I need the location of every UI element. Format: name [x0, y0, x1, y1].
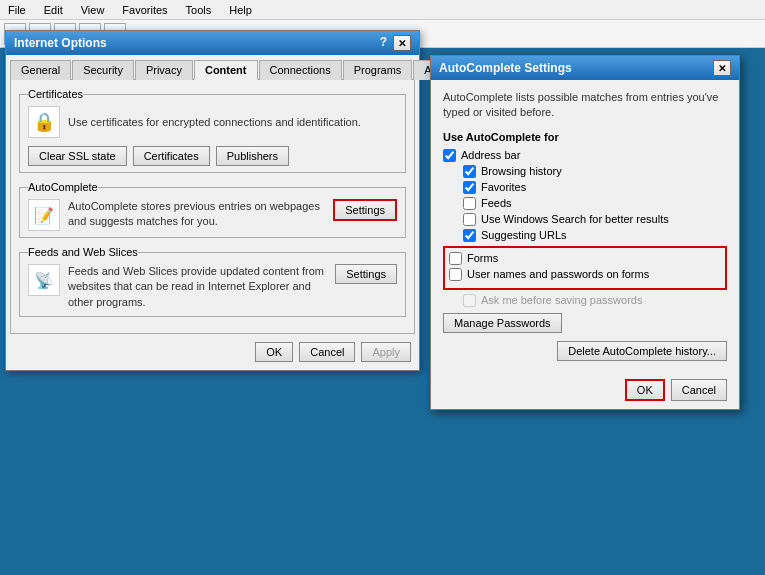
feeds-row: 📡 Feeds and Web Slices provide updated c… — [28, 264, 397, 310]
menu-favorites[interactable]: Favorites — [118, 2, 171, 18]
cert-row: 🔒 Use certificates for encrypted connect… — [28, 106, 397, 138]
checkbox-address-bar-label: Address bar — [461, 149, 520, 161]
autocomplete-content: AutoComplete lists possible matches from… — [431, 80, 739, 371]
autocomplete-close-button[interactable]: ✕ — [713, 60, 731, 76]
autocomplete-ok-button[interactable]: OK — [625, 379, 665, 401]
certificate-icon: 🔒 — [28, 106, 60, 138]
checkbox-windows-search-input[interactable] — [463, 213, 476, 226]
autocomplete-dialog-title: AutoComplete Settings — [439, 61, 572, 75]
use-for-label: Use AutoComplete for — [443, 131, 727, 143]
checkbox-favorites-input[interactable] — [463, 181, 476, 194]
autocomplete-row: 📝 AutoComplete stores previous entries o… — [28, 199, 397, 231]
certificates-legend: Certificates — [28, 88, 83, 100]
cert-desc: Use certificates for encrypted connectio… — [68, 116, 361, 128]
cert-buttons: Clear SSL state Certificates Publishers — [28, 146, 397, 166]
checkbox-forms-label: Forms — [467, 252, 498, 264]
checkbox-usernames-label: User names and passwords on forms — [467, 268, 649, 280]
autocomplete-legend: AutoComplete — [28, 181, 98, 193]
checkbox-ask-before-saving: Ask me before saving passwords — [443, 294, 727, 307]
feeds-icon: 📡 — [28, 264, 60, 296]
tab-security[interactable]: Security — [72, 60, 134, 80]
menu-edit[interactable]: Edit — [40, 2, 67, 18]
ok-button[interactable]: OK — [255, 342, 293, 362]
manage-passwords-container: Manage Passwords — [443, 313, 727, 333]
tab-privacy[interactable]: Privacy — [135, 60, 193, 80]
autocomplete-icon: 📝 — [28, 199, 60, 231]
manage-passwords-button[interactable]: Manage Passwords — [443, 313, 562, 333]
checkbox-feeds-input[interactable] — [463, 197, 476, 210]
autocomplete-settings-button[interactable]: Settings — [333, 199, 397, 221]
menu-help[interactable]: Help — [225, 2, 256, 18]
tab-programs[interactable]: Programs — [343, 60, 413, 80]
checkbox-feeds: Feeds — [443, 197, 727, 210]
tab-bar: General Security Privacy Content Connect… — [6, 55, 419, 79]
checkbox-windows-search: Use Windows Search for better results — [443, 213, 727, 226]
close-button[interactable]: ✕ — [393, 35, 411, 51]
autocomplete-title-controls: ✕ — [713, 60, 731, 76]
checkbox-windows-search-label: Use Windows Search for better results — [481, 213, 669, 225]
checkbox-feeds-label: Feeds — [481, 197, 512, 209]
publishers-button[interactable]: Publishers — [216, 146, 289, 166]
feeds-settings-button[interactable]: Settings — [335, 264, 397, 284]
checkbox-ask-saving-label: Ask me before saving passwords — [481, 294, 642, 306]
autocomplete-cancel-button[interactable]: Cancel — [671, 379, 727, 401]
checkbox-address-bar-input[interactable] — [443, 149, 456, 162]
delete-history-container: Delete AutoComplete history... — [443, 341, 727, 361]
feeds-legend: Feeds and Web Slices — [28, 246, 138, 258]
checkbox-browsing-history: Browsing history — [443, 165, 727, 178]
tab-connections[interactable]: Connections — [259, 60, 342, 80]
autocomplete-footer: OK Cancel — [431, 371, 739, 409]
checkbox-suggesting-urls: Suggesting URLs — [443, 229, 727, 242]
apply-button[interactable]: Apply — [361, 342, 411, 362]
menu-bar: File Edit View Favorites Tools Help — [0, 0, 765, 20]
clear-ssl-button[interactable]: Clear SSL state — [28, 146, 127, 166]
autocomplete-settings-dialog: AutoComplete Settings ✕ AutoComplete lis… — [430, 55, 740, 410]
menu-tools[interactable]: Tools — [182, 2, 216, 18]
checkbox-usernames-passwords: User names and passwords on forms — [449, 268, 721, 281]
help-icon[interactable]: ? — [376, 35, 391, 51]
checkbox-favorites-label: Favorites — [481, 181, 526, 193]
delete-history-button[interactable]: Delete AutoComplete history... — [557, 341, 727, 361]
checkbox-forms-input[interactable] — [449, 252, 462, 265]
title-bar-controls: ? ✕ — [376, 35, 411, 51]
internet-options-title: Internet Options — [14, 36, 107, 50]
checkbox-usernames-input[interactable] — [449, 268, 462, 281]
checkbox-suggesting-urls-input[interactable] — [463, 229, 476, 242]
tab-content[interactable]: Content — [194, 60, 258, 80]
feeds-desc: Feeds and Web Slices provide updated con… — [68, 264, 327, 310]
checkbox-ask-saving-input[interactable] — [463, 294, 476, 307]
checkbox-suggesting-urls-label: Suggesting URLs — [481, 229, 567, 241]
autocomplete-dialog-desc: AutoComplete lists possible matches from… — [443, 90, 727, 121]
dialog-buttons: OK Cancel Apply — [6, 334, 419, 370]
menu-file[interactable]: File — [4, 2, 30, 18]
cancel-button[interactable]: Cancel — [299, 342, 355, 362]
autocomplete-title-bar: AutoComplete Settings ✕ — [431, 56, 739, 80]
menu-view[interactable]: View — [77, 2, 109, 18]
internet-options-dialog: Internet Options ? ✕ General Security Pr… — [5, 30, 420, 371]
autocomplete-desc: AutoComplete stores previous entries on … — [68, 199, 325, 230]
forms-group: Forms User names and passwords on forms — [443, 246, 727, 290]
tab-general[interactable]: General — [10, 60, 71, 80]
certificates-button[interactable]: Certificates — [133, 146, 210, 166]
checkbox-favorites: Favorites — [443, 181, 727, 194]
tab-content-area: Certificates 🔒 Use certificates for encr… — [10, 79, 415, 334]
checkbox-browsing-history-input[interactable] — [463, 165, 476, 178]
checkbox-browsing-history-label: Browsing history — [481, 165, 562, 177]
checkbox-forms: Forms — [449, 252, 721, 265]
checkbox-address-bar: Address bar — [443, 149, 727, 162]
internet-options-title-bar: Internet Options ? ✕ — [6, 31, 419, 55]
